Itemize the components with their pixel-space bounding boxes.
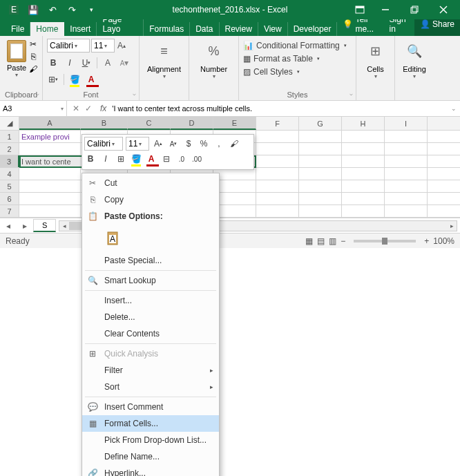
cell-styles-button[interactable]: ▨Cell Styles▾ [243,65,352,78]
pick-from-list-menu-item[interactable]: Pick From Drop-down List... [82,432,219,448]
row-header[interactable]: 5 [0,180,19,192]
minimize-button[interactable] [372,1,399,19]
conditional-formatting-button[interactable]: 📊Conditional Formatting▾ [243,39,352,52]
alignment-icon[interactable]: ≡ [155,41,174,61]
fx-icon[interactable]: fx [100,104,106,113]
row-header[interactable]: 4 [0,168,19,180]
editing-icon[interactable]: 🔍 [405,41,424,61]
tab-file[interactable]: File [6,22,30,36]
name-box[interactable]: A3 [0,101,67,116]
row-header[interactable]: 1 [0,131,19,142]
col-header[interactable]: G [299,117,342,130]
copy-menu-item[interactable]: ⎘Copy [82,191,219,208]
cut-button[interactable]: ✂ [27,39,39,50]
copy-button[interactable]: ⎘ [27,51,39,62]
mini-comma-icon[interactable]: , [213,137,225,150]
mini-bold-button[interactable]: B [84,153,97,165]
col-header[interactable]: E [213,117,256,130]
filter-menu-item[interactable]: Filter▸ [82,362,219,379]
mini-accounting-icon[interactable]: $ [182,137,195,150]
zoom-out-button[interactable]: − [341,236,345,246]
tab-review[interactable]: Review [220,22,258,36]
row-header[interactable]: 2 [0,143,19,155]
font-color-button[interactable]: A [85,73,97,86]
sheet-nav-prev[interactable]: ◂ [0,221,17,231]
mini-decrease-decimal-icon[interactable]: .0 [175,153,188,165]
save-button[interactable]: 💾 [25,1,41,18]
format-painter-button[interactable]: 🖌 [27,64,39,75]
number-icon[interactable]: % [204,41,224,61]
define-name-menu-item[interactable]: Define Name... [82,448,219,465]
col-header[interactable]: C [128,117,171,130]
tab-developer[interactable]: Developer [288,22,338,36]
enter-formula-icon[interactable]: ✓ [85,104,92,113]
customize-qat-button[interactable]: ▾ [83,1,99,18]
insert-comment-menu-item[interactable]: 💬Insert Comment [82,399,219,415]
paste-option-keep-source[interactable]: A [104,229,122,248]
col-header[interactable]: H [342,117,385,130]
decrease-font-button[interactable]: A [102,57,114,69]
col-header[interactable]: I [385,117,428,130]
tab-view[interactable]: View [258,22,288,36]
row-header[interactable]: 7 [0,205,19,217]
zoom-slider[interactable] [354,240,416,242]
sheet-nav-next[interactable]: ▸ [17,221,33,231]
col-header[interactable]: A [19,117,81,130]
bold-button[interactable]: B [47,57,59,69]
zoom-level[interactable]: 100% [433,236,454,246]
undo-button[interactable]: ↶ [44,1,61,18]
mini-format-painter-icon[interactable]: 🖌 [228,137,240,150]
col-header[interactable]: B [81,117,128,130]
page-break-view-button[interactable]: ▥ [329,236,336,246]
smart-lookup-menu-item[interactable]: 🔍Smart Lookup [82,272,219,289]
mini-size-combo[interactable]: 11▾ [126,137,149,151]
sort-menu-item[interactable]: Sort▸ [82,379,219,395]
row-header[interactable]: 6 [0,193,19,204]
scroll-left-arrow[interactable]: ◂ [59,221,69,231]
normal-view-button[interactable]: ▦ [305,236,313,246]
mini-font-combo[interactable]: Calibri▾ [84,137,123,151]
font-size-grow-icon[interactable]: A▾ [118,57,131,69]
ribbon-options-button[interactable] [349,1,370,19]
font-size-combo[interactable]: 11▾ [91,39,115,53]
restore-button[interactable] [401,1,428,19]
cells-icon[interactable]: ⊞ [366,41,385,61]
tab-insert[interactable]: Insert [64,22,97,36]
page-layout-view-button[interactable]: ▤ [317,236,325,246]
format-cells-menu-item[interactable]: ▦Format Cells... [82,415,219,432]
mini-percent-icon[interactable]: % [198,137,210,150]
increase-font-button[interactable]: A▴ [116,39,127,52]
col-header[interactable]: F [256,117,299,130]
underline-button[interactable]: U▾ [80,57,93,69]
font-name-combo[interactable]: Calibri▾ [47,39,90,53]
delete-menu-item[interactable]: Delete... [82,309,219,325]
cell[interactable]: Example provi [19,131,81,142]
cancel-formula-icon[interactable]: ✕ [73,104,79,113]
mini-font-color-button[interactable]: A [145,153,157,165]
border-button[interactable]: ⊞▾ [47,73,59,86]
hyperlink-menu-item[interactable]: 🔗Hyperlink... [82,465,219,476]
select-all-corner[interactable]: ◢ [0,117,19,130]
scroll-right-arrow[interactable]: ▸ [447,221,457,231]
mini-fill-color-button[interactable]: 🪣 [130,153,142,165]
cut-menu-item[interactable]: ✂Cut [82,175,219,191]
italic-button[interactable]: I [64,57,76,69]
expand-formula-bar-button[interactable]: ⌄ [448,105,460,112]
mini-increase-font-icon[interactable]: A▴ [152,137,164,150]
paste-button[interactable]: Paste ▾ [4,39,29,78]
formula-input[interactable]: 'I want to center text across multiple c… [109,104,448,113]
mini-decrease-font-icon[interactable]: A▾ [167,137,180,150]
paste-special-menu-item[interactable]: Paste Special... [82,252,219,269]
clear-contents-menu-item[interactable]: Clear Contents [82,325,219,342]
zoom-in-button[interactable]: + [424,236,429,246]
tab-home[interactable]: Home [30,22,64,36]
col-header[interactable]: D [171,117,213,130]
format-as-table-button[interactable]: ▦Format as Table▾ [243,52,352,65]
tab-data[interactable]: Data [190,22,219,36]
sheet-tab[interactable]: S [33,219,56,232]
tab-formulas[interactable]: Formulas [144,22,190,36]
mini-italic-button[interactable]: I [99,153,112,165]
insert-menu-item[interactable]: Insert... [82,292,219,309]
fill-color-button[interactable]: 🪣 [68,73,81,86]
mini-border-button[interactable]: ⊞ [115,153,127,165]
